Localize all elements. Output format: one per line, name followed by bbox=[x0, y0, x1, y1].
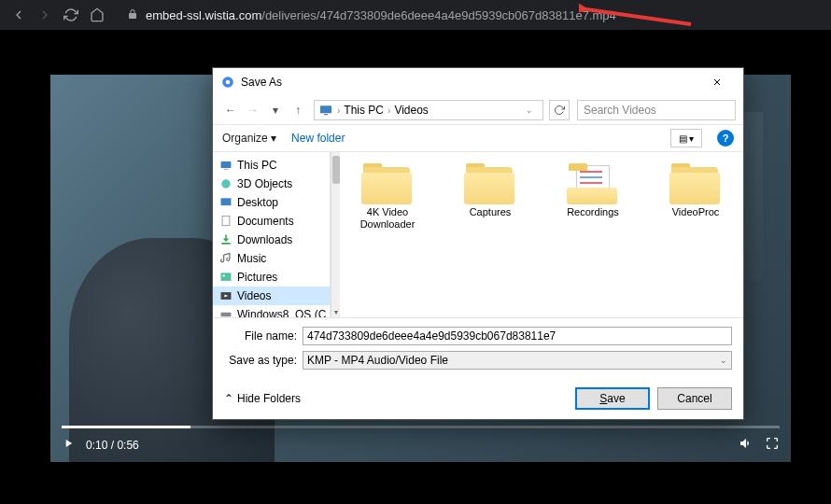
music-icon bbox=[218, 252, 233, 265]
breadcrumb-bar[interactable]: › This PC › Videos ⌄ bbox=[314, 100, 543, 120]
nav-back-button[interactable] bbox=[7, 4, 30, 26]
folder-item[interactable]: 4K Video Downloader bbox=[347, 163, 428, 231]
pc-icon bbox=[218, 159, 233, 172]
dialog-back-button[interactable]: ← bbox=[220, 100, 241, 120]
svg-rect-14 bbox=[221, 313, 232, 317]
folder-label: 4K Video Downloader bbox=[347, 206, 428, 231]
folder-label: VideoProc bbox=[672, 206, 720, 218]
dialog-titlebar[interactable]: Save As bbox=[213, 68, 743, 96]
folder-tree[interactable]: This PC3D ObjectsDesktopDocumentsDownloa… bbox=[213, 152, 331, 317]
nav-forward-button[interactable] bbox=[34, 4, 56, 26]
dialog-footer: ⌃ Hide Folders Save Cancel bbox=[213, 378, 743, 419]
drive-icon bbox=[218, 308, 233, 317]
chevron-right-icon: › bbox=[337, 105, 340, 116]
pc-icon bbox=[318, 103, 333, 118]
svg-rect-4 bbox=[320, 105, 331, 113]
svg-rect-5 bbox=[324, 114, 328, 115]
svg-point-3 bbox=[226, 80, 231, 85]
filetype-value: KMP - MP4 Audio/Video File bbox=[307, 354, 448, 367]
tree-scrollbar[interactable]: ▴ ▾ bbox=[331, 152, 340, 317]
url-text: embed-ssl.wistia.com/deliveries/474d7338… bbox=[146, 8, 616, 22]
chrome-icon bbox=[220, 75, 235, 90]
folder-grid[interactable]: 4K Video DownloaderCapturesRecordingsVid… bbox=[340, 152, 743, 317]
help-button[interactable]: ? bbox=[717, 130, 734, 147]
save-button[interactable]: Save bbox=[575, 387, 650, 410]
tree-item-drive[interactable]: Windows8_OS (C bbox=[213, 305, 330, 317]
dialog-fields: File name: Save as type: KMP - MP4 Audio… bbox=[213, 317, 743, 378]
hide-folders-toggle[interactable]: ⌃ Hide Folders bbox=[224, 392, 301, 405]
videos-icon bbox=[218, 289, 233, 302]
dialog-toolbar: Organize ▾ New folder ▤ ▾ ? bbox=[213, 124, 743, 152]
svg-point-8 bbox=[221, 179, 230, 188]
folder-label: Captures bbox=[470, 206, 512, 218]
dialog-forward-button[interactable]: → bbox=[243, 100, 263, 120]
dialog-recent-button[interactable]: ▾ bbox=[265, 100, 286, 120]
folder-item[interactable]: VideoProc bbox=[655, 163, 736, 218]
scroll-down-icon[interactable]: ▾ bbox=[331, 306, 340, 317]
pictures-icon bbox=[218, 271, 233, 284]
view-mode-button[interactable]: ▤ ▾ bbox=[670, 129, 702, 147]
cancel-button[interactable]: Cancel bbox=[657, 387, 732, 410]
tree-item-documents[interactable]: Documents bbox=[213, 212, 330, 231]
search-input[interactable]: Search Videos bbox=[577, 100, 736, 120]
dialog-title: Save As bbox=[241, 76, 698, 89]
tree-item-desktop[interactable]: Desktop bbox=[213, 193, 330, 212]
video-time: 0:10 / 0:56 bbox=[86, 439, 139, 452]
breadcrumb-root[interactable]: This PC bbox=[344, 104, 384, 117]
tree-item-label: Documents bbox=[237, 215, 294, 228]
play-button[interactable] bbox=[62, 437, 75, 454]
filename-label: File name: bbox=[224, 329, 297, 343]
tree-item-pc[interactable]: This PC bbox=[213, 156, 330, 175]
svg-rect-10 bbox=[222, 217, 230, 226]
tree-item-label: This PC bbox=[237, 159, 277, 172]
new-folder-button[interactable]: New folder bbox=[291, 132, 345, 145]
svg-rect-6 bbox=[221, 161, 232, 168]
3d-icon bbox=[218, 177, 233, 190]
breadcrumb-current[interactable]: Videos bbox=[394, 104, 428, 117]
svg-point-12 bbox=[223, 274, 225, 276]
tree-item-videos[interactable]: Videos bbox=[213, 287, 330, 305]
dialog-nav-row: ← → ▾ ↑ › This PC › Videos ⌄ Search Vide… bbox=[213, 96, 743, 124]
folder-item[interactable]: Captures bbox=[450, 163, 530, 218]
tree-item-label: Videos bbox=[237, 289, 271, 302]
tree-item-3d[interactable]: 3D Objects bbox=[213, 175, 330, 193]
volume-button[interactable] bbox=[739, 436, 754, 455]
desktop-icon bbox=[218, 196, 233, 209]
breadcrumb-dropdown-icon[interactable]: ⌄ bbox=[520, 105, 539, 115]
svg-rect-11 bbox=[221, 273, 232, 281]
chevron-right-icon: › bbox=[387, 105, 390, 116]
address-bar[interactable]: embed-ssl.wistia.com/deliveries/474d7338… bbox=[118, 3, 824, 27]
refresh-button[interactable] bbox=[549, 100, 570, 120]
search-placeholder: Search Videos bbox=[584, 104, 656, 117]
scroll-thumb[interactable] bbox=[332, 156, 340, 184]
tree-item-label: Windows8_OS (C bbox=[237, 308, 326, 317]
filetype-select[interactable]: KMP - MP4 Audio/Video File ⌄ bbox=[303, 351, 732, 370]
fullscreen-button[interactable] bbox=[765, 436, 780, 455]
tree-item-label: Desktop bbox=[237, 196, 278, 209]
tree-item-pictures[interactable]: Pictures bbox=[213, 268, 330, 287]
svg-rect-9 bbox=[221, 198, 232, 205]
filetype-label: Save as type: bbox=[224, 354, 297, 367]
tree-item-label: Music bbox=[237, 252, 266, 265]
organize-button[interactable]: Organize ▾ bbox=[222, 132, 276, 145]
lock-icon bbox=[127, 7, 138, 23]
tree-item-label: Downloads bbox=[237, 233, 292, 246]
dialog-close-button[interactable] bbox=[698, 69, 736, 95]
filename-input[interactable] bbox=[303, 327, 732, 345]
video-controls: 0:10 / 0:56 bbox=[50, 428, 791, 462]
chevron-up-icon: ⌃ bbox=[224, 392, 233, 405]
svg-rect-7 bbox=[224, 169, 229, 170]
nav-home-button[interactable] bbox=[86, 4, 108, 26]
tree-item-label: Pictures bbox=[237, 271, 277, 284]
tree-item-downloads[interactable]: Downloads bbox=[213, 231, 330, 249]
folder-label: Recordings bbox=[567, 206, 619, 218]
documents-icon bbox=[218, 215, 233, 228]
nav-reload-button[interactable] bbox=[60, 4, 82, 26]
folder-item[interactable]: Recordings bbox=[553, 163, 633, 218]
chevron-down-icon: ⌄ bbox=[720, 356, 727, 365]
dialog-up-button[interactable]: ↑ bbox=[288, 100, 308, 120]
browser-toolbar: embed-ssl.wistia.com/deliveries/474d7338… bbox=[0, 0, 831, 30]
tree-item-music[interactable]: Music bbox=[213, 249, 330, 268]
downloads-icon bbox=[218, 233, 233, 246]
tree-item-label: 3D Objects bbox=[237, 177, 292, 190]
